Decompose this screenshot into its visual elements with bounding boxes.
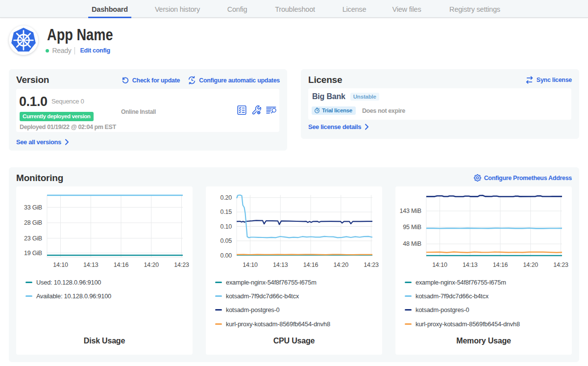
svg-text:14:16: 14:16 <box>303 261 318 268</box>
svg-text:0.20: 0.20 <box>220 194 232 201</box>
svg-text:14:16: 14:16 <box>114 261 129 268</box>
svg-text:14:23: 14:23 <box>174 261 189 268</box>
svg-text:14:10: 14:10 <box>53 261 68 268</box>
svg-text:14:10: 14:10 <box>432 261 447 268</box>
svg-text:14:16: 14:16 <box>493 261 508 268</box>
svg-text:28 GiB: 28 GiB <box>24 219 42 226</box>
svg-text:23 GiB: 23 GiB <box>24 235 42 242</box>
svg-text:14:13: 14:13 <box>273 261 288 268</box>
svg-text:14:20: 14:20 <box>144 261 159 268</box>
svg-text:14:20: 14:20 <box>334 261 349 268</box>
svg-text:0.00: 0.00 <box>220 252 232 259</box>
svg-text:95 MiB: 95 MiB <box>403 224 421 231</box>
svg-text:48 MiB: 48 MiB <box>403 240 421 247</box>
svg-text:14:10: 14:10 <box>243 261 258 268</box>
svg-text:14:20: 14:20 <box>523 261 539 268</box>
svg-text:0.05: 0.05 <box>220 237 232 244</box>
svg-text:14:13: 14:13 <box>83 261 98 268</box>
svg-text:14:13: 14:13 <box>463 261 478 268</box>
svg-text:0.15: 0.15 <box>220 209 232 215</box>
svg-text:33 GiB: 33 GiB <box>24 204 42 211</box>
svg-text:14:23: 14:23 <box>553 261 568 268</box>
svg-text:14:23: 14:23 <box>364 261 379 268</box>
svg-text:0.10: 0.10 <box>220 223 232 230</box>
svg-text:143 MiB: 143 MiB <box>400 208 421 214</box>
svg-text:19 GiB: 19 GiB <box>24 250 42 257</box>
